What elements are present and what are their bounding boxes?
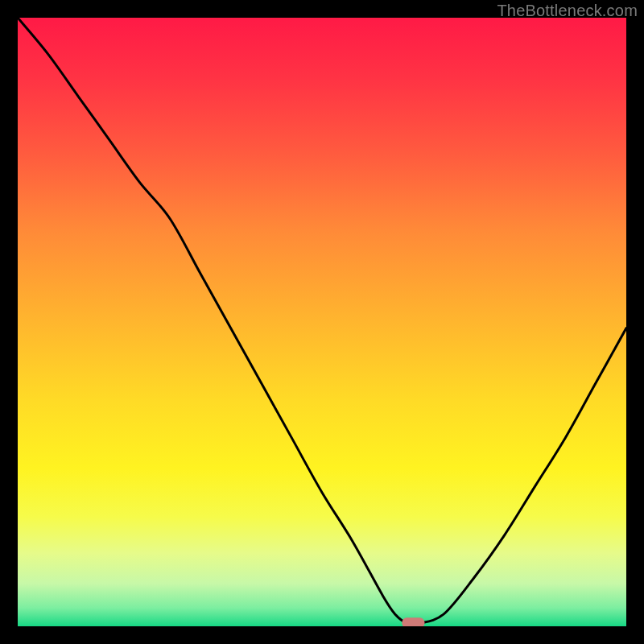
chart-svg (18, 18, 626, 626)
bottleneck-chart (18, 18, 626, 626)
chart-background (18, 18, 626, 626)
optimal-marker (402, 617, 424, 626)
